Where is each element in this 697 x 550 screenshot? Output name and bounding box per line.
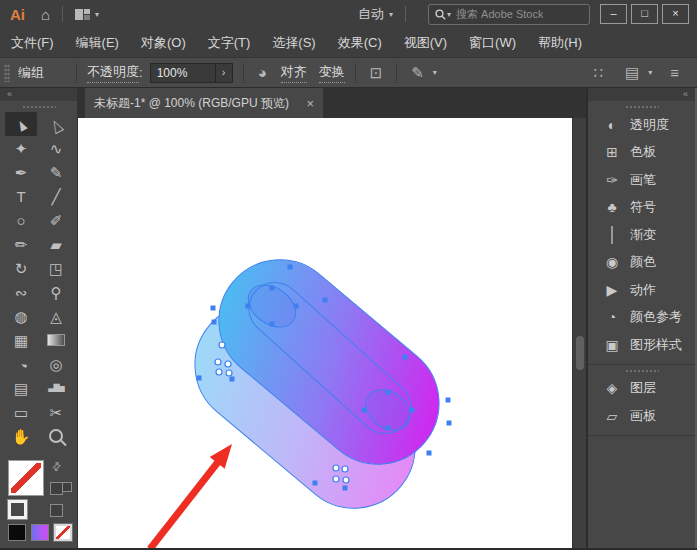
panel-graphic-styles[interactable]: ▣ 图形样式 bbox=[588, 331, 695, 359]
chevron-down-icon[interactable]: ▾ bbox=[389, 10, 393, 19]
color-button[interactable] bbox=[8, 524, 26, 541]
minimize-button[interactable]: – bbox=[600, 4, 627, 24]
puppet-warp-tool[interactable]: ⚲ bbox=[40, 280, 72, 304]
maximize-button[interactable]: □ bbox=[631, 4, 658, 24]
column-graph-tool[interactable]: ▃▇▅ bbox=[40, 376, 72, 400]
tool-grid: ▲ △ ✦ ∿ ✒ ✎ T ╱ ○ ✐ ✏ ▰ ↻ ◳ ∾ ⚲ ◍ ◬ ▦ ❜ … bbox=[0, 112, 77, 448]
tools-collapse-button[interactable]: « bbox=[0, 88, 77, 101]
scrollbar-thumb[interactable] bbox=[576, 336, 584, 370]
panel-layers[interactable]: ◈ 图层 bbox=[588, 375, 695, 403]
ellipse-tool[interactable]: ○ bbox=[5, 208, 37, 232]
hand-tool[interactable]: ✋ bbox=[5, 424, 37, 448]
none-button[interactable] bbox=[54, 524, 72, 541]
chevron-down-icon[interactable]: ▾ bbox=[648, 68, 652, 77]
curvature-tool[interactable]: ✎ bbox=[40, 160, 72, 184]
panel-menu-icon[interactable]: ≡ bbox=[670, 64, 679, 81]
vertical-scrollbar[interactable] bbox=[572, 118, 586, 550]
magic-wand-tool[interactable]: ✦ bbox=[5, 136, 37, 160]
panel-swatches[interactable]: ⊞ 色板 bbox=[588, 139, 695, 167]
menu-type[interactable]: 文字(T) bbox=[197, 34, 262, 52]
lasso-tool[interactable]: ∿ bbox=[40, 136, 72, 160]
width-tool[interactable]: ∾ bbox=[5, 280, 37, 304]
pencil-tool[interactable]: ✏ bbox=[5, 232, 37, 256]
layers-icon: ◈ bbox=[601, 380, 623, 396]
panel-label: 色板 bbox=[630, 143, 656, 161]
menu-effect[interactable]: 效果(C) bbox=[327, 34, 393, 52]
artboard-tool[interactable]: ▭ bbox=[5, 400, 37, 424]
direct-selection-tool[interactable]: △ bbox=[40, 112, 72, 136]
divider bbox=[355, 63, 356, 83]
mesh-tool[interactable]: ▦ bbox=[5, 328, 37, 352]
shape-builder-icon: ◍ bbox=[14, 309, 27, 324]
app-logo: Ai bbox=[10, 6, 25, 23]
document-tab[interactable]: 未标题-1* @ 100% (RGB/GPU 预览) × bbox=[85, 88, 323, 118]
drag-grip[interactable] bbox=[625, 369, 659, 373]
slice-tool[interactable]: ✂ bbox=[40, 400, 72, 424]
swatch-mini-box[interactable] bbox=[50, 504, 63, 517]
zoom-tool[interactable] bbox=[40, 424, 72, 448]
menu-object[interactable]: 对象(O) bbox=[130, 34, 197, 52]
arrange-documents-icon[interactable]: ▤ bbox=[625, 64, 639, 82]
panel-artboards[interactable]: ▱ 画板 bbox=[588, 402, 695, 430]
selection-tool[interactable]: ▲ bbox=[5, 112, 37, 136]
swap-fill-stroke-icon[interactable]: ⇄ bbox=[49, 459, 65, 475]
dock-collapse-button[interactable]: « bbox=[588, 88, 695, 101]
tab-close-icon[interactable]: × bbox=[306, 96, 314, 111]
rotate-tool[interactable]: ↻ bbox=[5, 256, 37, 280]
menu-help[interactable]: 帮助(H) bbox=[527, 34, 593, 52]
paintbrush-tool[interactable]: ✐ bbox=[40, 208, 72, 232]
line-segment-tool[interactable]: ╱ bbox=[40, 184, 72, 208]
tiles-icon[interactable]: ∷ bbox=[593, 64, 603, 82]
bounding-box-icon[interactable]: ⊡ bbox=[370, 64, 383, 82]
gradient-tool[interactable] bbox=[40, 328, 72, 352]
perspective-grid-tool[interactable]: ◬ bbox=[40, 304, 72, 328]
swatches-icon: ⊞ bbox=[601, 144, 623, 160]
home-icon[interactable]: ⌂ bbox=[41, 6, 50, 23]
artboard-canvas[interactable] bbox=[78, 118, 572, 550]
blend-tool[interactable]: ◎ bbox=[40, 352, 72, 376]
workspace-switcher-icon[interactable] bbox=[75, 9, 90, 20]
drag-grip[interactable] bbox=[625, 105, 659, 109]
gradient-button[interactable] bbox=[31, 524, 49, 541]
chevron-down-icon[interactable]: ▾ bbox=[433, 68, 437, 77]
opacity-value-input[interactable]: 100% bbox=[150, 63, 216, 83]
eyedropper-tool[interactable]: ❜ bbox=[5, 352, 37, 376]
scale-tool[interactable]: ◳ bbox=[40, 256, 72, 280]
search-input[interactable]: ▾ 搜索 Adobe Stock bbox=[428, 4, 590, 25]
align-button[interactable]: 对齐 bbox=[281, 63, 307, 83]
transform-button[interactable]: 变换 bbox=[319, 63, 345, 83]
panel-transparency[interactable]: ◐ 透明度 bbox=[588, 111, 695, 139]
title-bar: Ai ⌂ ▾ 自动 ▾ ▾ 搜索 Adobe Stock – □ × bbox=[0, 0, 697, 28]
drag-grip[interactable] bbox=[22, 105, 56, 109]
chevron-down-icon[interactable]: ▾ bbox=[95, 10, 99, 19]
type-tool[interactable]: T bbox=[5, 184, 37, 208]
close-button[interactable]: × bbox=[662, 4, 689, 24]
opacity-dropdown-chevron[interactable]: › bbox=[216, 63, 233, 83]
panel-actions[interactable]: ▶ 动作 bbox=[588, 276, 695, 304]
menu-view[interactable]: 视图(V) bbox=[393, 34, 458, 52]
panel-symbols[interactable]: ♣ 符号 bbox=[588, 194, 695, 222]
eraser-tool[interactable]: ▰ bbox=[40, 232, 72, 256]
menu-select[interactable]: 选择(S) bbox=[261, 34, 326, 52]
symbol-sprayer-tool[interactable]: ▤ bbox=[5, 376, 37, 400]
panel-color[interactable]: ◉ 颜色 bbox=[588, 249, 695, 277]
drag-grip[interactable] bbox=[4, 64, 10, 82]
panel-color-guide[interactable]: ◔ 颜色参考 bbox=[588, 304, 695, 332]
selection-tool-icon: ▲ bbox=[11, 113, 30, 134]
appearance-icon[interactable]: ◕ bbox=[258, 64, 267, 81]
opacity-label[interactable]: 不透明度 bbox=[87, 63, 139, 83]
scale-icon: ◳ bbox=[49, 261, 63, 276]
panel-gradient[interactable]: 渐变 bbox=[588, 221, 695, 249]
pen-tool[interactable]: ✒ bbox=[5, 160, 37, 184]
menu-file[interactable]: 文件(F) bbox=[0, 34, 65, 52]
swatch-mini-box[interactable] bbox=[62, 482, 72, 492]
auto-mode-dropdown[interactable]: 自动 bbox=[358, 5, 384, 23]
menu-window[interactable]: 窗口(W) bbox=[458, 34, 527, 52]
panel-label: 画板 bbox=[630, 407, 656, 425]
menu-edit[interactable]: 编辑(E) bbox=[65, 34, 130, 52]
isolate-edit-icon[interactable]: ✎ bbox=[411, 64, 424, 82]
fill-swatch-none[interactable] bbox=[8, 460, 44, 496]
shape-builder-tool[interactable]: ◍ bbox=[5, 304, 37, 328]
panel-brushes[interactable]: ✑ 画笔 bbox=[588, 166, 695, 194]
stroke-swatch[interactable] bbox=[8, 500, 27, 519]
